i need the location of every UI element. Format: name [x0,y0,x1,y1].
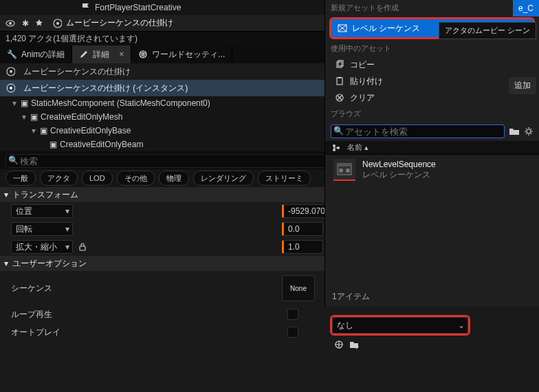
svg-rect-13 [337,78,342,85]
cat-misc[interactable]: その他 [117,171,155,186]
lock-icon[interactable] [78,243,87,251]
section-title: ムービーシーケンスの仕掛け [23,66,131,78]
clear-icon [335,93,344,102]
asset-picker-panel: 新規アセットを作成 レベル シーケンス 使用中のアセット コピー 貼り付け クリ… [324,0,539,307]
mesh-icon: ▣ [21,98,28,108]
chevron-down-icon: ▾ [4,190,8,199]
section-browse: ブラウズ [325,106,539,122]
level-sequence-icon [337,23,348,34]
mesh-icon: ▣ [40,126,47,135]
cat-physics[interactable]: 物理 [159,171,189,186]
chevron-down-icon: ▾ [65,224,69,234]
close-icon[interactable]: × [119,50,124,59]
svg-point-1 [9,22,12,25]
column-name[interactable]: 名前 ▴ [347,142,368,153]
sequence-thumbnail[interactable]: None [282,275,315,301]
movie-device-icon [6,67,15,76]
actor-count: 1,420 アクタ(1個選択されています) [6,33,138,45]
truncated-blue-bar: e_C [513,0,539,17]
section-new-asset: 新規アセットを作成 [325,0,539,16]
tab-anim-details[interactable]: 🔧 Animの詳細 [0,45,72,63]
asset-type: レベル シーケンス [362,169,436,181]
sequence-label: シーケンス [11,283,52,293]
use-selected-icon[interactable] [334,340,344,349]
svg-point-16 [527,129,531,133]
autoplay-checkbox[interactable] [287,327,298,338]
movie-device-icon [6,83,15,93]
loop-checkbox[interactable] [287,309,298,320]
search-icon: 🔍 [8,155,19,165]
cat-actor[interactable]: アクタ [40,171,78,186]
copy-icon [335,60,344,69]
section-current-asset: 使用中のアセット [325,41,539,56]
scale-dropdown[interactable]: 拡大・縮小▾ [11,240,73,254]
pencil-icon [79,50,89,59]
svg-rect-14 [338,77,341,78]
source-control-icon[interactable] [332,144,340,152]
location-x-field[interactable]: -9529.070 [282,204,330,218]
eye-icon[interactable] [6,19,15,28]
svg-point-8 [10,87,12,89]
svg-rect-11 [337,62,342,67]
asset-search-input[interactable] [331,124,505,138]
rotation-dropdown[interactable]: 回転▾ [11,222,73,236]
folder-icon[interactable] [509,127,520,136]
autoplay-label: オートプレイ [11,327,60,338]
svg-point-23 [346,168,350,173]
svg-rect-21 [338,164,351,166]
paste-item[interactable]: 貼り付け [325,73,539,89]
tab-details[interactable]: 詳細 × [72,45,131,63]
wrench-icon: 🔧 [7,50,17,59]
asset-thumbnail [333,159,355,181]
rotation-x-field[interactable]: 0.0 [282,222,323,236]
chevron-down-icon: ▾ [4,259,8,268]
flag-icon [81,3,91,12]
search-icon: 🔍 [333,126,344,135]
star-icon[interactable]: ✱ [22,19,29,28]
mesh-icon: ▣ [30,112,38,122]
chevron-down-icon: ⌄ [458,320,465,330]
asset-name: NewLevelSequence [362,160,436,169]
cat-lod[interactable]: LOD [82,171,113,186]
item-count: 1アイテム [325,287,539,307]
gear-icon[interactable] [524,127,534,136]
svg-point-3 [56,22,59,25]
chevron-down-icon: ▾ [65,242,69,252]
add-button[interactable]: 追加 [509,77,536,94]
sequence-dropdown[interactable]: なし ⌄ [332,317,468,334]
tooltip: アクタのムービー シーン [439,22,536,39]
svg-rect-12 [338,61,343,66]
svg-point-6 [10,70,12,73]
scale-x-field[interactable]: 1.0 [282,240,323,254]
asset-row[interactable]: NewLevelSequence レベル シーケンス [325,155,539,185]
loop-label: ループ再生 [11,309,52,320]
cat-streaming[interactable]: ストリーミ [258,171,311,186]
svg-rect-9 [80,246,85,250]
cat-general[interactable]: 一般 [6,171,36,186]
browse-to-icon[interactable] [349,340,359,349]
location-dropdown[interactable]: 位置▾ [11,204,73,218]
actor-name: FortPlayerStartCreative [95,3,181,12]
clear-item[interactable]: クリア [325,89,539,106]
mesh-icon: ▣ [50,140,57,149]
tab-world-settings[interactable]: ワールドセッティ... [131,45,232,63]
pin-icon[interactable] [36,19,44,28]
paste-icon [335,76,344,86]
cat-rendering[interactable]: レンダリング [193,171,254,186]
movie-device-icon [52,19,62,28]
copy-item[interactable]: コピー [325,56,539,73]
svg-point-22 [339,168,343,173]
globe-icon [138,50,148,59]
chevron-down-icon: ▾ [65,206,69,216]
